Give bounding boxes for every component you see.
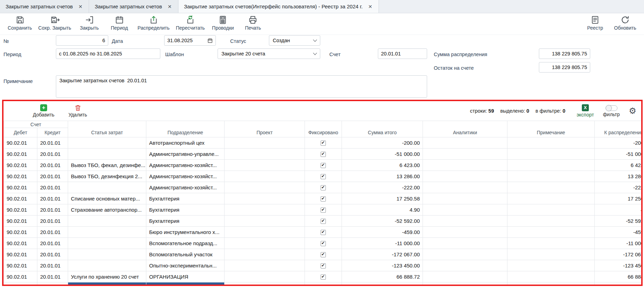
period-button[interactable]: Период xyxy=(105,15,133,31)
table-row[interactable]: 90.02.01 20.01.01 Страхование автотрансп… xyxy=(4,204,642,216)
cell-cost-item: Услуги по хранению 20 счет xyxy=(68,271,146,282)
table-row[interactable]: 90.02.01 20.01.01 Административно-управл… xyxy=(4,149,642,160)
fixed-checkbox[interactable] xyxy=(321,174,326,179)
tab-closing-accounts-register[interactable]: Закрытие затратных счетов(Интерфейс поль… xyxy=(178,0,379,13)
distribution-sum-label: Сумма распределения xyxy=(434,52,487,57)
table-row[interactable]: 90.02.01 20.01.01 Списание основных мате… xyxy=(4,193,642,204)
close-icon[interactable]: ✕ xyxy=(167,3,173,10)
add-row-button[interactable]: + Добавить xyxy=(33,104,54,118)
cell-credit: 20.01.01 xyxy=(37,271,68,282)
calendar-icon[interactable] xyxy=(207,38,213,43)
table-row[interactable]: 90.02.01 20.01.01 Автотранспортный цех -… xyxy=(4,137,642,149)
close-icon[interactable]: ✕ xyxy=(367,3,373,10)
table-row[interactable]: 90.02.01 20.01.01 Опытно-экспериментальн… xyxy=(4,260,642,271)
print-button[interactable]: Печать xyxy=(239,15,267,31)
table-row[interactable]: 90.02.01 20.01.01 Вспомогательный участо… xyxy=(4,249,642,260)
close-button[interactable]: Закрыть xyxy=(75,15,103,31)
header-credit[interactable]: Кредит xyxy=(37,128,68,137)
fixed-checkbox[interactable] xyxy=(321,141,326,146)
fixed-checkbox[interactable] xyxy=(321,185,326,190)
save-close-button[interactable]: Сохр. Закрыть xyxy=(36,15,73,31)
cell-cost-item xyxy=(68,137,146,149)
register-icon xyxy=(590,15,600,25)
header-project[interactable]: Проект xyxy=(225,121,305,137)
grid-table-wrap: Счет Статья затрат Подразделение Проект … xyxy=(3,121,641,285)
number-input[interactable] xyxy=(56,35,108,46)
fixed-checkbox[interactable] xyxy=(321,263,326,269)
register-button[interactable]: Реестр xyxy=(581,15,609,31)
header-cost-item[interactable]: Статья затрат xyxy=(68,121,146,137)
delete-row-button[interactable]: Удалить xyxy=(68,104,87,118)
expense-grid-table: Счет Статья затрат Подразделение Проект … xyxy=(3,121,641,285)
header-total[interactable]: Сумма итого xyxy=(342,121,423,137)
table-row[interactable]: 90.02.01 20.01.01 Бухгалтерия -52 592.00… xyxy=(4,216,642,227)
template-label: Шаблон xyxy=(165,52,184,57)
cell-department: ОРГАНИЗАЦИЯ xyxy=(146,271,225,282)
table-row[interactable]: 90.02.01 20.01.01 Вспомогательное подраз… xyxy=(4,238,642,249)
distribute-button[interactable]: Распределить xyxy=(136,15,172,31)
export-excel-button[interactable]: X экспорт xyxy=(577,104,594,118)
cell-fixed xyxy=(305,193,342,204)
table-row[interactable]: 90.02.01 20.01.01 Вывоз ТБО, дезинфекция… xyxy=(4,171,642,182)
cell-to-distribute: 13 286.00 xyxy=(595,171,641,182)
settings-gear-icon[interactable]: ⚙ xyxy=(629,107,636,115)
recalculate-button[interactable]: Пересчитать xyxy=(174,15,207,31)
close-icon[interactable]: ✕ xyxy=(78,3,83,10)
header-account-group[interactable]: Счет xyxy=(4,121,68,128)
cell-note xyxy=(507,271,595,282)
fixed-checkbox[interactable] xyxy=(321,274,326,280)
period-label: Период xyxy=(111,25,128,31)
header-debit[interactable]: Дебет xyxy=(4,128,37,137)
cell-project xyxy=(225,260,305,271)
date-input[interactable]: 31.08.2025 xyxy=(164,35,216,46)
account-input[interactable] xyxy=(378,48,427,59)
fixed-checkbox[interactable] xyxy=(321,230,326,235)
fixed-checkbox[interactable] xyxy=(321,152,326,157)
register-label: Реестр xyxy=(587,25,603,31)
table-row[interactable]: 90.02.01 20.01.01 Бюро инструментального… xyxy=(4,227,642,238)
header-department[interactable]: Подразделение xyxy=(146,121,225,137)
fixed-checkbox[interactable] xyxy=(321,252,326,257)
table-row[interactable]: 90.02.01 20.01.01 Административно-хозяйс… xyxy=(4,182,642,193)
template-select[interactable]: Закрытие 20 счета xyxy=(218,48,320,59)
tab-closing-accounts-1[interactable]: Закрытие затратных счетов ✕ xyxy=(0,0,89,13)
header-fixed[interactable]: Фиксировано xyxy=(305,121,342,137)
table-row[interactable]: 90.02.01 20.01.01 Услуги по хранению 20 … xyxy=(4,271,642,282)
cell-department: Вспомогательный участок xyxy=(146,249,225,260)
period-input[interactable] xyxy=(56,48,160,59)
cell-project xyxy=(225,160,305,171)
refresh-button[interactable]: Обновить xyxy=(611,15,639,31)
fixed-checkbox[interactable] xyxy=(321,207,326,213)
toggle-switch-icon[interactable] xyxy=(606,105,617,111)
fixed-checkbox[interactable] xyxy=(321,219,326,224)
table-row[interactable]: 90.02.01 20.01.01 ПОДРАЗДЕЛЕНИЯ 16 211.0… xyxy=(4,282,642,285)
save-label: Сохранить xyxy=(8,25,32,31)
fixed-checkbox[interactable] xyxy=(321,196,326,202)
table-row[interactable]: 90.02.01 20.01.01 Вывоз ТБО, фекал, дези… xyxy=(4,160,642,171)
cell-total: -222.00 xyxy=(342,182,423,193)
cell-total: -459.00 xyxy=(342,227,423,238)
filter-toggle[interactable]: фильтр xyxy=(603,105,620,117)
distribution-sum-input[interactable] xyxy=(539,48,590,59)
excel-icon: X xyxy=(582,104,589,111)
tab-closing-accounts-2[interactable]: Закрытие затратных счетов ✕ xyxy=(89,0,178,13)
cell-total: -51 000.00 xyxy=(342,149,423,160)
cell-project xyxy=(225,238,305,249)
fixed-checkbox[interactable] xyxy=(321,241,326,246)
cell-analytics xyxy=(423,238,507,249)
balance-input[interactable] xyxy=(539,62,590,73)
status-select[interactable]: Создан xyxy=(269,35,320,46)
cell-to-distribute: -52 592.00 xyxy=(595,216,641,227)
cell-analytics xyxy=(423,227,507,238)
header-note[interactable]: Примечание xyxy=(507,121,595,137)
fixed-checkbox[interactable] xyxy=(321,163,326,168)
postings-button[interactable]: Проводки xyxy=(209,15,237,31)
cell-fixed xyxy=(305,137,342,149)
note-textarea[interactable]: Закрытие затратных счетов 20.01.01 xyxy=(56,75,427,98)
cell-total: 16 211.00 xyxy=(342,282,423,285)
cell-fixed xyxy=(305,216,342,227)
save-button[interactable]: Сохранить xyxy=(6,15,34,31)
header-to-distribute[interactable]: К распределению xyxy=(595,121,641,137)
cell-department: Бухгалтерия xyxy=(146,216,225,227)
header-analytics[interactable]: Аналитики xyxy=(423,121,507,137)
